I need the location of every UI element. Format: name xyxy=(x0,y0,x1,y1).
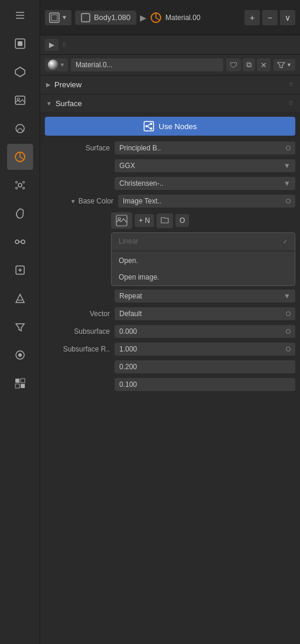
editor-selector[interactable]: ▼ xyxy=(45,10,71,25)
vector-row: Vector Default xyxy=(40,305,300,323)
sidebar-icon-shader[interactable] xyxy=(7,285,33,311)
filter-arrow: ▼ xyxy=(286,62,292,68)
delete-btn[interactable]: ✕ xyxy=(257,58,270,71)
svg-rect-4 xyxy=(18,41,22,46)
material-type-dropdown[interactable]: ▼ xyxy=(45,58,68,71)
subsurface-r-btn-3[interactable]: 0.100 xyxy=(115,378,295,391)
svg-rect-27 xyxy=(81,14,90,22)
base-color-label: Base Color xyxy=(79,197,113,205)
shield-btn[interactable]: 🛡 xyxy=(226,58,241,71)
svg-point-9 xyxy=(18,183,22,187)
surface-dot-icon xyxy=(286,146,291,150)
subsurface-r-row-1: Subsurface R.. 1.000 xyxy=(40,340,300,358)
filter-dropdown[interactable]: ▼ xyxy=(273,59,295,71)
vector-btn[interactable]: Default xyxy=(115,307,295,320)
sidebar-icon-object[interactable] xyxy=(7,59,33,85)
surface-prop-label: Surface xyxy=(45,144,110,152)
base-color-value: Image Text.. xyxy=(118,195,295,208)
object-name: Body1.080 xyxy=(75,11,136,25)
folder-btn[interactable] xyxy=(156,213,173,228)
surface-section-header[interactable]: ▼ Surface ⠿ xyxy=(40,94,300,113)
dropdown-linear-text: Linear xyxy=(119,237,138,245)
vector-label: Vector xyxy=(45,310,110,318)
sidebar-icon-tools[interactable] xyxy=(7,2,33,28)
surface-triangle: ▼ xyxy=(46,100,52,107)
new-image-btn[interactable]: + N xyxy=(135,214,154,227)
play-btn[interactable]: ▶ xyxy=(45,39,58,51)
surface-label: Surface xyxy=(56,99,82,108)
svg-point-14 xyxy=(15,240,19,244)
surface-prop-row: Surface Principled B.. xyxy=(40,139,300,157)
ggx-prop-row: GGX ▼ xyxy=(40,157,300,175)
dropdown-open-text: Open. xyxy=(119,257,138,265)
christensen-value: Christensen-.. ▼ xyxy=(115,177,295,190)
svg-point-30 xyxy=(145,125,148,127)
sidebar-icon-checker[interactable] xyxy=(7,370,33,396)
sidebar-icon-image[interactable] xyxy=(7,87,33,113)
drag-dots: ⠿ xyxy=(62,42,67,48)
mat-type-arrow: ▼ xyxy=(60,62,65,68)
vector-dot xyxy=(286,311,291,316)
base-color-dot xyxy=(286,199,291,203)
use-nodes-btn[interactable]: Use Nodes xyxy=(45,117,295,136)
repeat-arrow: ▼ xyxy=(283,292,291,300)
copy-btn[interactable]: ⧉ xyxy=(243,58,255,71)
svg-rect-23 xyxy=(15,384,19,388)
collapse-btn[interactable]: ∨ xyxy=(280,10,295,25)
subsurface-r-row-2: 0.200 xyxy=(40,358,300,376)
breadcrumb-arrow: ▶ xyxy=(140,13,146,22)
subsurface-r-value-3: 0.100 xyxy=(115,378,295,391)
sidebar-icon-modifier[interactable] xyxy=(7,257,33,283)
christensen-text: Christensen-.. xyxy=(119,179,164,188)
subsurface-r-label: Subsurface R.. xyxy=(45,345,110,353)
sidebar-icon-scene[interactable] xyxy=(7,31,33,57)
ggx-text: GGX xyxy=(119,162,135,170)
material-name-input[interactable] xyxy=(71,58,223,71)
surface-value-btn[interactable]: Principled B.. xyxy=(115,142,295,155)
material-sphere-icon xyxy=(48,60,58,70)
svg-rect-26 xyxy=(51,15,57,21)
subsurface-btn[interactable]: 0.000 xyxy=(115,325,295,338)
svg-point-12 xyxy=(15,188,17,189)
christensen-btn[interactable]: Christensen-.. ▼ xyxy=(115,177,295,190)
sidebar-icon-physics[interactable] xyxy=(7,201,33,226)
svg-point-31 xyxy=(150,123,152,125)
dropdown-item-open[interactable]: Open. xyxy=(112,252,295,269)
top-bar: ▼ Body1.080 ▶ Material.00 + − ∨ xyxy=(40,0,300,35)
add-material-btn[interactable]: + xyxy=(244,10,260,25)
sidebar-icon-paint[interactable] xyxy=(7,116,33,142)
sidebar-icon-filter[interactable] xyxy=(7,314,33,340)
remove-material-btn[interactable]: − xyxy=(262,10,278,25)
subsurface-r-btn-1[interactable]: 1.000 xyxy=(115,343,295,356)
preview-section-header[interactable]: ▶ Preview ⠿ xyxy=(40,75,300,94)
repeat-row: Repeat ▼ xyxy=(40,287,300,305)
image-toolbar-row: + N O xyxy=(40,210,300,231)
open-img-btn[interactable]: O xyxy=(175,214,189,227)
vector-text: Default xyxy=(119,310,142,318)
svg-point-34 xyxy=(118,218,120,220)
sidebar-icon-constraints[interactable] xyxy=(7,229,33,255)
editor-dropdown-arrow: ▼ xyxy=(61,14,67,21)
svg-rect-5 xyxy=(15,96,25,104)
ggx-btn[interactable]: GGX ▼ xyxy=(115,159,295,172)
sidebar-icon-material[interactable] xyxy=(7,144,33,170)
subsurface-row: Subsurface 0.000 xyxy=(40,323,300,340)
sidebar-icon-render[interactable] xyxy=(7,342,33,368)
subsurface-r-btn-2[interactable]: 0.200 xyxy=(115,360,295,373)
surface-prop-value: Principled B.. xyxy=(115,142,295,155)
image-texture-btn[interactable]: Image Text.. xyxy=(118,195,295,208)
svg-rect-25 xyxy=(50,13,59,22)
surface-value-text: Principled B.. xyxy=(119,144,161,152)
image-texture-text: Image Text.. xyxy=(123,197,161,205)
material-actions: 🛡 ⧉ ✕ xyxy=(226,58,270,71)
dropdown-item-open-image[interactable]: Open image. xyxy=(112,269,295,285)
material-header-row: ▶ ⠿ xyxy=(40,35,300,55)
svg-point-32 xyxy=(150,127,152,130)
svg-point-15 xyxy=(21,240,25,244)
christensen-prop-row: Christensen-.. ▼ xyxy=(40,175,300,192)
image-preview-btn[interactable] xyxy=(111,212,132,229)
repeat-btn[interactable]: Repeat ▼ xyxy=(115,290,295,303)
christensen-arrow: ▼ xyxy=(283,179,291,188)
sidebar-icon-particle[interactable] xyxy=(7,172,33,198)
ggx-arrow: ▼ xyxy=(283,162,291,170)
